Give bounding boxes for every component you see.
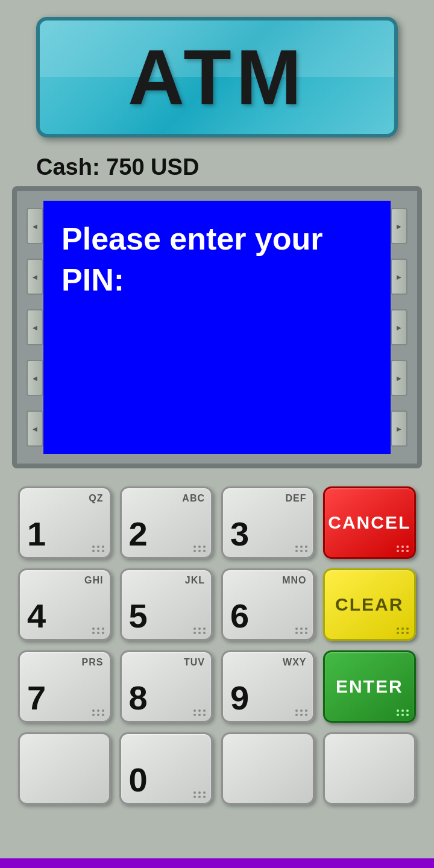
cash-display: Cash: 750 USD — [0, 148, 434, 186]
braille-3 — [295, 546, 308, 552]
braille-clear — [397, 627, 409, 634]
keypad-row-1: QZ 1 ABC 2 DEF 3 CANCEL — [18, 486, 416, 559]
cash-amount: Cash: 750 USD — [36, 154, 199, 180]
atm-screen: Please enter your PIN: — [43, 201, 391, 454]
key-empty-right — [221, 732, 314, 805]
atm-sign-container: ATM — [0, 0, 434, 148]
braille-9 — [295, 709, 308, 716]
key-1-letters: QZ — [89, 493, 103, 504]
left-side-btn-2[interactable] — [27, 259, 43, 295]
key-7[interactable]: PRS 7 — [18, 650, 112, 723]
key-8[interactable]: TUV 8 — [120, 650, 213, 723]
key-8-letters: TUV — [184, 657, 205, 668]
right-side-btn-4[interactable] — [391, 360, 407, 396]
key-3[interactable]: DEF 3 — [221, 486, 315, 559]
braille-cancel — [397, 546, 409, 552]
key-4-letters: GHI — [84, 575, 103, 586]
braille-7 — [92, 709, 105, 716]
left-side-btn-1[interactable] — [27, 208, 43, 244]
key-2-letters: ABC — [182, 493, 205, 504]
braille-5 — [193, 627, 206, 634]
braille-1 — [92, 546, 105, 552]
key-7-letters: PRS — [82, 657, 104, 668]
key-4[interactable]: GHI 4 — [18, 568, 112, 641]
braille-2 — [193, 546, 206, 552]
screen-message: Please enter your PIN: — [61, 219, 373, 300]
braille-6 — [295, 627, 308, 634]
key-9-letters: WXY — [283, 657, 306, 668]
key-9[interactable]: WXY 9 — [221, 650, 315, 723]
enter-button[interactable]: ENTER — [323, 650, 416, 723]
key-6-letters: MNO — [282, 575, 306, 586]
left-side-buttons — [27, 201, 43, 454]
braille-8 — [193, 709, 206, 716]
left-side-btn-3[interactable] — [27, 309, 43, 345]
screen-container: Please enter your PIN: — [12, 186, 422, 468]
key-2[interactable]: ABC 2 — [120, 486, 213, 559]
key-1[interactable]: QZ 1 — [18, 486, 112, 559]
left-side-btn-4[interactable] — [27, 360, 43, 396]
right-side-btn-2[interactable] — [391, 259, 407, 295]
atm-title: ATM — [128, 32, 306, 122]
atm-sign: ATM — [36, 17, 398, 137]
key-3-letters: DEF — [286, 493, 307, 504]
braille-4 — [92, 627, 105, 634]
key-empty-left — [18, 732, 111, 805]
screen-with-buttons: Please enter your PIN: — [27, 201, 407, 454]
key-5-letters: JKL — [185, 575, 205, 586]
keypad-area: QZ 1 ABC 2 DEF 3 CANCEL — [0, 468, 434, 858]
keypad-row-2: GHI 4 JKL 5 MNO 6 CLEAR — [18, 568, 416, 641]
key-0[interactable]: 0 — [119, 732, 213, 805]
right-side-btn-3[interactable] — [391, 309, 407, 345]
keypad-row-3: PRS 7 TUV 8 WXY 9 ENTER — [18, 650, 416, 723]
clear-button[interactable]: CLEAR — [323, 568, 416, 641]
right-side-buttons — [391, 201, 407, 454]
right-side-btn-5[interactable] — [391, 410, 407, 447]
key-empty-far-right — [323, 732, 416, 805]
right-side-btn-1[interactable] — [391, 208, 407, 244]
cancel-button[interactable]: CANCEL — [323, 486, 416, 559]
keypad-row-4: 0 — [18, 732, 416, 805]
bottom-bar — [0, 858, 434, 868]
braille-enter — [397, 709, 409, 716]
key-6[interactable]: MNO 6 — [221, 568, 315, 641]
left-side-btn-5[interactable] — [27, 410, 43, 447]
braille-0 — [193, 791, 206, 798]
key-5[interactable]: JKL 5 — [120, 568, 213, 641]
